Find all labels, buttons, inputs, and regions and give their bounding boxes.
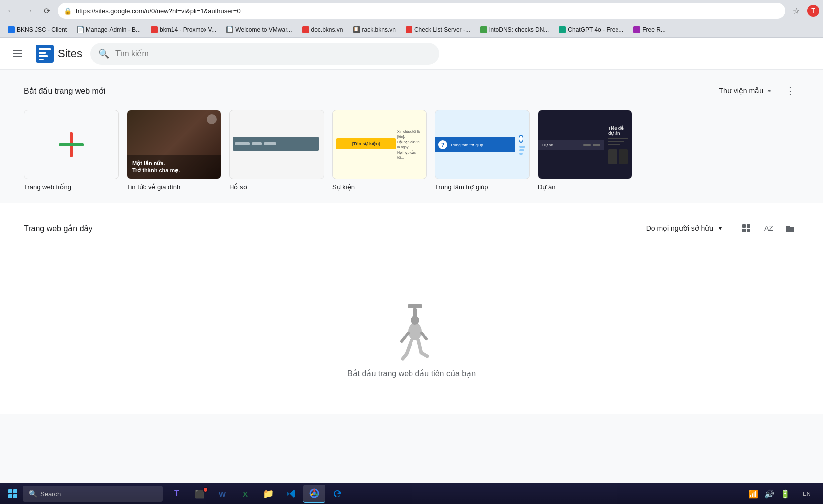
- expand-icon: [765, 87, 773, 95]
- bookmark-doc[interactable]: doc.bkns.vn: [298, 25, 347, 34]
- bookmark-label: Free R...: [642, 26, 666, 33]
- reload-button[interactable]: ⟳: [40, 4, 54, 18]
- sort-button[interactable]: AZ: [759, 219, 777, 237]
- bookmark-label: BKNS JSC - Client: [17, 26, 67, 33]
- search-bar: 🔍: [90, 43, 439, 65]
- windows-taskbar: 🔍 Search T ⬛ W X 📁: [0, 483, 823, 504]
- search-input-wrap[interactable]: 🔍: [90, 43, 439, 65]
- bookmark-favicon: [302, 26, 309, 33]
- help-line: [519, 149, 524, 151]
- taskbar-folder-icon[interactable]: 📁: [257, 485, 279, 503]
- grid-view-button[interactable]: [737, 219, 755, 237]
- svg-line-20: [422, 333, 426, 339]
- bookmark-free[interactable]: Free R...: [629, 25, 670, 34]
- search-icon: 🔍: [98, 48, 109, 59]
- taskbar-network-icon[interactable]: 📶: [746, 487, 760, 501]
- svg-rect-12: [742, 229, 746, 232]
- taskbar-edge-icon[interactable]: [326, 485, 348, 503]
- template-item-help[interactable]: ? Trung tâm trợ giúp: [435, 110, 530, 191]
- portfolio-nav2: [252, 142, 262, 145]
- vscode-icon: [286, 489, 296, 499]
- template-thumbnail-blank: [24, 110, 119, 179]
- project-nav-item: [583, 144, 591, 146]
- project-line: [608, 144, 620, 145]
- sort-icon: AZ: [764, 224, 773, 233]
- windows-start-button[interactable]: [4, 485, 22, 503]
- bookmark-star-button[interactable]: ☆: [789, 4, 803, 18]
- hamburger-menu-button[interactable]: [8, 44, 28, 64]
- taskbar-search-icon: 🔍: [29, 490, 37, 498]
- bookmark-favicon: [633, 26, 640, 33]
- sites-logo-icon: [36, 45, 54, 63]
- bookmark-vmware[interactable]: 📄 Welcome to VMwar...: [222, 25, 296, 34]
- search-overlay: [207, 114, 217, 124]
- project-line: [608, 138, 628, 139]
- template-item-blank[interactable]: Trang web trống: [24, 110, 119, 191]
- svg-rect-0: [13, 50, 22, 51]
- svg-rect-13: [747, 229, 750, 232]
- owner-filter-dropdown[interactable]: Do mọi người sở hữu ▼: [640, 221, 729, 235]
- event-title-text: [Tên sự kiện]: [339, 141, 393, 146]
- taskbar-volume-icon[interactable]: 🔊: [762, 487, 776, 501]
- taskbar-clock[interactable]: EN: [794, 491, 819, 497]
- template-label-project: Dự án: [538, 183, 632, 191]
- grid-icon: [742, 224, 751, 233]
- taskbar-excel-icon[interactable]: X: [234, 485, 256, 503]
- template-library-button[interactable]: Thư viện mẫu: [715, 84, 777, 98]
- folder-view-button[interactable]: [781, 219, 799, 237]
- svg-rect-11: [747, 224, 750, 228]
- template-item-portfolio[interactable]: Hồ sơ: [229, 110, 324, 191]
- app-title: Sites: [58, 47, 82, 60]
- taskbar-teams-icon[interactable]: T: [166, 485, 188, 503]
- help-logo: ?: [438, 140, 447, 149]
- svg-line-24: [421, 353, 427, 356]
- svg-rect-4: [39, 48, 51, 50]
- address-bar[interactable]: 🔒 https://sites.google.com/u/0/new?hl=vi…: [58, 3, 785, 19]
- bookmark-chatgpt[interactable]: ChatGPT 4o - Free...: [555, 25, 627, 34]
- template-item-event[interactable]: [Tên sự kiện] Xin chào, tôi là [tên]. Hộ…: [332, 110, 427, 191]
- taskbar-search[interactable]: 🔍 Search: [23, 486, 163, 502]
- taskbar-outlook-icon[interactable]: ⬛: [189, 485, 210, 503]
- taskbar-word-icon[interactable]: W: [211, 485, 233, 503]
- template-item-project[interactable]: Dự án Tiêu đề dự án: [538, 110, 632, 191]
- taskbar-search-text: Search: [40, 490, 61, 498]
- help-header: ? Trung tâm trợ giúp: [435, 137, 515, 152]
- project-header: Dự án: [538, 140, 604, 150]
- template-thumbnail-help: ? Trung tâm trợ giúp: [435, 110, 530, 179]
- browser-toolbar: ← → ⟳ 🔒 https://sites.google.com/u/0/new…: [0, 0, 823, 22]
- template-label-help: Trung tâm trợ giúp: [435, 183, 530, 191]
- search-input[interactable]: [115, 49, 431, 58]
- bookmark-favicon: [151, 26, 158, 33]
- taskbar-battery-icon[interactable]: 🔋: [778, 487, 792, 501]
- help-btn-icon: [519, 136, 523, 142]
- bookmark-intodns[interactable]: intoDNS: checks DN...: [476, 25, 553, 34]
- more-options-button[interactable]: ⋮: [781, 82, 799, 100]
- url-text: https://sites.google.com/u/0/new?hl=vi&p…: [76, 7, 779, 15]
- project-lines: [608, 138, 628, 145]
- bookmark-label: ChatGPT 4o - Free...: [568, 26, 623, 33]
- bookmark-manage[interactable]: 📄 Manage-Admin - B...: [73, 25, 145, 34]
- bookmark-bkm14[interactable]: bkm14 - Proxmox V...: [147, 25, 220, 34]
- portfolio-nav: [235, 142, 250, 145]
- forward-button[interactable]: →: [22, 4, 36, 18]
- template-thumbnail-project: Dự án Tiêu đề dự án: [538, 110, 632, 179]
- template-item-family[interactable]: Một lần nữa.Trở thành cha mẹ. Tin tức về…: [127, 110, 221, 191]
- user-avatar[interactable]: T: [807, 5, 819, 17]
- templates-grid: Trang web trống Một lần nữa.Trở thành ch…: [24, 110, 799, 191]
- templates-header: Bắt đầu trang web mới Thư viện mẫu ⋮: [24, 82, 799, 100]
- bookmark-bkns[interactable]: BKNS JSC - Client: [4, 25, 71, 34]
- empty-illustration: [372, 289, 451, 369]
- app-logo[interactable]: Sites: [36, 45, 82, 63]
- back-button[interactable]: ←: [4, 4, 18, 18]
- taskbar-chrome-icon[interactable]: [303, 485, 325, 503]
- svg-line-33: [311, 494, 313, 495]
- template-label-family: Tin tức về gia đình: [127, 183, 221, 191]
- taskbar-vscode-icon[interactable]: [280, 485, 302, 503]
- bookmark-rack[interactable]: 📋 rack.bkns.vn: [349, 25, 400, 34]
- svg-rect-9: [59, 143, 84, 146]
- bookmark-checklist[interactable]: Check List Server -...: [402, 25, 474, 34]
- svg-rect-28: [13, 494, 17, 498]
- template-library-label: Thư viện mẫu: [719, 87, 763, 95]
- templates-controls: Thư viện mẫu ⋮: [715, 82, 799, 100]
- svg-point-17: [408, 323, 422, 340]
